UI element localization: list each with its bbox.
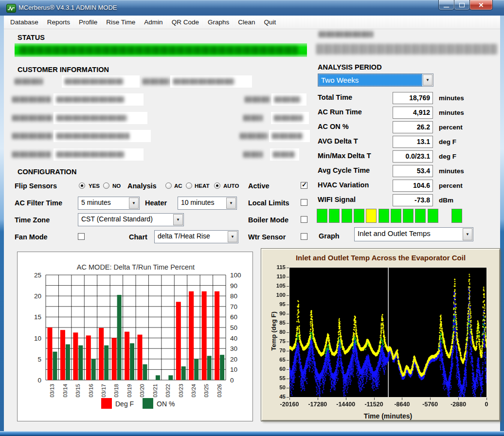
redacted-field-text <box>56 133 129 139</box>
chevron-down-icon[interactable]: ▼ <box>173 214 183 225</box>
boiler-mode-label: Boiler Mode <box>248 216 288 224</box>
metric-label-4: Min/Max Delta T <box>318 152 371 160</box>
svg-text:80: 80 <box>230 292 237 300</box>
redacted-info-line <box>316 44 497 54</box>
time-zone-value: CST (Central Standard) <box>78 214 173 226</box>
scatter-y-tick: 105 <box>269 283 286 289</box>
graph-select[interactable]: Inlet and Outlet Temps ▼ <box>354 227 473 241</box>
scatter-y-tick: 60 <box>269 366 286 372</box>
redacted-field-label <box>12 115 53 121</box>
ac-filter-time-select[interactable]: 5 minutes ▼ <box>78 197 140 210</box>
scatter-y-tick: 70 <box>269 347 286 353</box>
menu-item-quit[interactable]: Quit <box>259 16 280 28</box>
scatter-y-tick: 65 <box>269 357 286 363</box>
analysis-period-value: Two Weeks <box>318 74 422 86</box>
time-zone-select[interactable]: CST (Central Standard) ▼ <box>78 213 184 226</box>
svg-text:5: 5 <box>37 356 41 363</box>
maximize-button[interactable] <box>454 0 470 10</box>
analysis-heat-radio[interactable] <box>186 182 192 189</box>
chevron-down-icon[interactable]: ▼ <box>226 198 236 209</box>
customer-info-field[interactable] <box>170 75 252 88</box>
chevron-down-icon[interactable]: ▼ <box>129 198 139 209</box>
customer-info-field[interactable] <box>271 93 306 106</box>
svg-text:03/23: 03/23 <box>178 384 184 398</box>
redacted-field-text <box>274 115 303 121</box>
signal-cell-6 <box>391 209 401 223</box>
metric-unit-0: minutes <box>439 94 464 102</box>
redacted-field-label <box>243 151 263 158</box>
scatter-y-tick: 100 <box>269 292 286 298</box>
graph-label: Graph <box>319 232 340 240</box>
window-title: MCerberus® V4.3.1 ADMIN MODE <box>18 4 117 11</box>
scatter-x-tick: -5760 <box>415 401 445 408</box>
menu-bar: DatabaseReportsProfileRise TimeAdminQR C… <box>4 16 500 29</box>
minimize-button[interactable]: — <box>438 0 454 10</box>
chart-select[interactable]: delta T/Heat Rise ▼ <box>154 230 238 243</box>
menu-item-profile[interactable]: Profile <box>74 16 102 28</box>
svg-text:03/13: 03/13 <box>49 384 55 398</box>
svg-text:0: 0 <box>230 377 234 384</box>
chart-label: Chart <box>129 233 147 241</box>
customer-info-field[interactable] <box>270 148 299 161</box>
customer-info-field[interactable] <box>269 130 310 142</box>
scatter-x-axis-label: Time (minutes) <box>289 412 486 420</box>
boiler-mode-checkbox[interactable] <box>301 216 307 223</box>
customer-info-field[interactable] <box>54 148 144 161</box>
svg-text:30: 30 <box>230 345 237 352</box>
customer-info-field[interactable] <box>54 112 147 124</box>
redacted-field-text <box>56 151 124 158</box>
metric-unit-3: deg F <box>439 138 456 145</box>
minimize-icon: — <box>444 4 449 10</box>
chevron-down-icon[interactable]: ▼ <box>228 231 237 242</box>
scatter-y-tick: 45 <box>269 394 286 400</box>
chevron-down-icon[interactable]: ▼ <box>463 228 472 240</box>
menu-item-rise-time[interactable]: Rise Time <box>102 16 140 28</box>
svg-text:15: 15 <box>34 313 41 321</box>
scatter-x-tickmark <box>318 398 318 400</box>
scatter-x-tickmark <box>346 398 346 400</box>
menu-item-database[interactable]: Database <box>6 16 43 28</box>
menu-item-admin[interactable]: Admin <box>140 16 167 28</box>
menu-item-clean[interactable]: Clean <box>234 16 259 28</box>
close-button[interactable]: ✕ <box>469 0 493 10</box>
scatter-y-tickmark <box>287 286 289 287</box>
menu-item-graphs[interactable]: Graphs <box>203 16 234 28</box>
analysis-auto-radio[interactable] <box>214 182 220 189</box>
local-limits-checkbox[interactable] <box>301 199 307 206</box>
svg-text:03/15: 03/15 <box>75 384 81 398</box>
customer-info-field[interactable] <box>271 112 309 124</box>
redacted-status-text <box>19 46 298 54</box>
menu-item-qr-code[interactable]: QR Code <box>167 16 203 28</box>
analysis-period-select[interactable]: Two Weeks ▼ <box>318 73 433 87</box>
maximize-icon <box>459 3 465 7</box>
window-border-right <box>500 16 504 431</box>
metric-unit-1: minutes <box>439 109 464 116</box>
svg-text:25: 25 <box>34 272 41 279</box>
flip-sensors-no-radio[interactable] <box>103 182 109 189</box>
close-icon: ✕ <box>479 1 484 9</box>
metric-value-5: 53.4 <box>393 165 433 177</box>
scatter-x-tick: -20160 <box>275 401 304 408</box>
wtr-sensor-checkbox[interactable] <box>301 233 307 240</box>
fan-mode-checkbox[interactable] <box>78 233 85 240</box>
redacted-field-text <box>273 151 295 158</box>
chevron-down-icon[interactable]: ▼ <box>423 74 432 86</box>
scatter-y-tickmark <box>287 397 289 398</box>
redacted-field-label <box>240 133 268 139</box>
analysis-ac-radio[interactable] <box>165 182 172 189</box>
svg-text:03/20: 03/20 <box>139 384 145 398</box>
flip-sensors-yes-radio[interactable] <box>79 182 85 189</box>
heater-select[interactable]: 10 minutes ▼ <box>178 197 237 210</box>
signal-cell-4 <box>366 209 377 223</box>
customer-info-field[interactable] <box>54 93 144 106</box>
customer-info-field[interactable] <box>62 75 140 88</box>
fan-mode-label: Fan Mode <box>15 233 48 241</box>
svg-text:90: 90 <box>230 282 237 290</box>
title-bar[interactable]: MCerberus® V4.3.1 ADMIN MODE — ✕ <box>0 0 504 16</box>
active-checkbox[interactable] <box>301 182 307 189</box>
customer-info-field[interactable] <box>54 130 151 142</box>
menu-item-reports[interactable]: Reports <box>43 16 74 28</box>
window-border-bottom <box>0 431 504 436</box>
svg-text:Deg F: Deg F <box>115 400 134 408</box>
metric-label-7: WIFI Signal <box>318 196 356 203</box>
